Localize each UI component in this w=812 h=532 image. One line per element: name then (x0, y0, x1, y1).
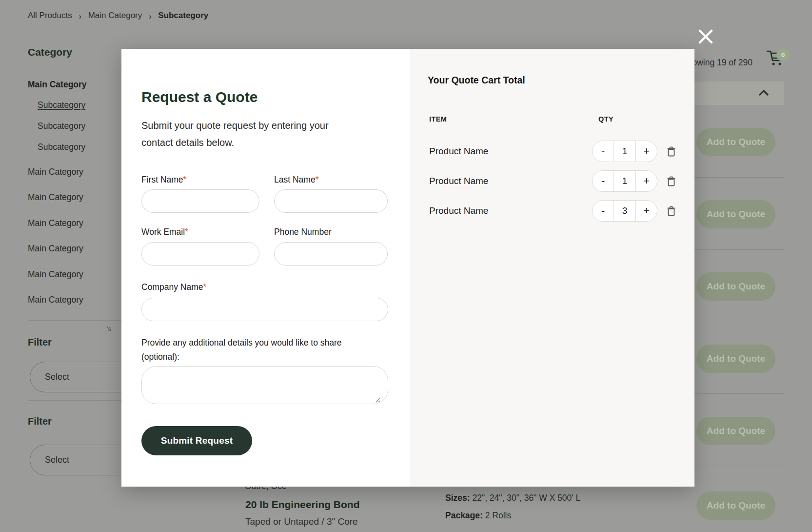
sidebar-item-subcategory[interactable]: Subcategory (38, 121, 85, 131)
first-name-label: First Name* (141, 175, 186, 185)
package-label: Package: (445, 511, 483, 520)
add-to-quote-button[interactable]: Add to Quote (696, 345, 775, 373)
first-name-field[interactable] (141, 189, 259, 213)
cart-item-row: Product Name - 1 + (410, 170, 694, 192)
filter-heading: Filter (28, 416, 52, 427)
filter-heading: Filter (28, 337, 52, 348)
increase-quantity-button[interactable]: + (635, 171, 657, 191)
product-variant: Taped or Untaped / 3" Core (245, 516, 358, 527)
trash-icon[interactable] (667, 176, 676, 187)
add-to-quote-button[interactable]: Add to Quote (696, 272, 775, 301)
quantity-value: 3 (614, 201, 635, 221)
sizes-label: Sizes: (445, 493, 470, 503)
breadcrumb-all-products[interactable]: All Products (28, 11, 72, 20)
clipped-text-fragment: 's (107, 325, 111, 332)
modal-close-button[interactable] (697, 28, 715, 46)
sizes-value: 22", 24", 30", 36" W X 500' L (472, 493, 580, 503)
decrease-quantity-button[interactable]: - (593, 171, 614, 191)
label-text: First Name (141, 175, 183, 184)
divider (428, 130, 681, 130)
chevron-right-icon: › (79, 11, 81, 20)
breadcrumb-subcategory: Subcategory (158, 11, 208, 20)
work-email-label: Work Email* (141, 227, 188, 237)
additional-details-field[interactable] (141, 366, 388, 404)
modal-subtitle: Submit your quote request by entering yo… (141, 117, 358, 151)
sidebar-item-main-category[interactable]: Main Category (28, 269, 83, 280)
trash-icon[interactable] (667, 206, 676, 217)
required-asterisk: * (316, 175, 319, 184)
sidebar-item-subcategory[interactable]: Subcategory (38, 142, 85, 152)
increase-quantity-button[interactable]: + (635, 201, 657, 221)
last-name-field[interactable] (274, 189, 388, 213)
chevron-right-icon: › (149, 11, 151, 20)
cart-count-badge: 0 (776, 48, 790, 61)
sidebar-item-main-category[interactable]: Main Category (28, 192, 83, 203)
package-value: 2 Rolls (485, 511, 512, 520)
product-package: Package: 2 Rolls (445, 511, 511, 521)
sidebar-item-main-category[interactable]: Main Category (28, 167, 83, 177)
quote-form-panel: Request a Quote Submit your quote reques… (121, 49, 410, 487)
breadcrumb: All Products › Main Category › Subcatego… (28, 11, 208, 20)
company-name-label: Company Name* (141, 282, 206, 292)
column-header-item: ITEM (429, 115, 447, 123)
quantity-stepper: - 1 + (592, 170, 657, 192)
cart-item-name: Product Name (429, 176, 488, 186)
column-header-qty: QTY (598, 115, 614, 123)
chevron-up-icon (759, 89, 769, 96)
close-icon (697, 28, 715, 46)
label-text: Last Name (274, 175, 316, 184)
company-name-field[interactable] (141, 298, 388, 321)
label-text: Work Email (141, 227, 185, 237)
submit-request-button[interactable]: Submit Request (141, 426, 252, 455)
label-text: Company Name (141, 282, 203, 292)
last-name-label: Last Name* (274, 175, 318, 185)
quantity-stepper: - 1 + (592, 141, 657, 162)
select-label: Select (45, 372, 69, 382)
product-title[interactable]: 20 lb Engineering Bond (245, 499, 360, 511)
add-to-quote-button[interactable]: Add to Quote (696, 128, 775, 156)
add-to-quote-button[interactable]: Add to Quote (696, 417, 775, 445)
quantity-value: 1 (614, 171, 635, 191)
product-sizes: Sizes: 22", 24", 30", 36" W X 500' L (445, 493, 580, 503)
increase-quantity-button[interactable]: + (635, 141, 657, 162)
quantity-value: 1 (614, 141, 635, 162)
sidebar-item-main-category[interactable]: Main Category (28, 80, 87, 90)
cart-item-row: Product Name - 1 + (410, 141, 694, 162)
select-label: Select (45, 455, 69, 465)
cart-panel-title: Your Quote Cart Total (428, 75, 525, 86)
phone-number-field[interactable] (274, 242, 388, 266)
details-label: Provide any additional details you would… (141, 336, 351, 364)
sidebar-item-main-category[interactable]: Main Category (28, 244, 83, 254)
decrease-quantity-button[interactable]: - (593, 201, 614, 221)
sidebar-item-main-category[interactable]: Main Category (28, 218, 83, 228)
cart-item-name: Product Name (429, 205, 488, 216)
phone-number-label: Phone Number (274, 227, 332, 237)
add-to-quote-button[interactable]: Add to Quote (696, 200, 775, 228)
request-quote-modal: Request a Quote Submit your quote reques… (121, 49, 694, 487)
modal-title: Request a Quote (141, 89, 257, 105)
cart-button[interactable]: 0 (766, 49, 795, 76)
quote-cart-panel: Your Quote Cart Total ITEM QTY Product N… (410, 49, 694, 487)
breadcrumb-main-category[interactable]: Main Category (88, 11, 142, 20)
cart-item-row: Product Name - 3 + (410, 200, 694, 222)
trash-icon[interactable] (667, 146, 676, 157)
add-to-quote-button[interactable]: Add to Quote (696, 491, 775, 520)
category-heading: Category (28, 46, 72, 58)
quantity-stepper: - 3 + (592, 200, 657, 222)
sidebar-item-main-category[interactable]: Main Category (28, 295, 83, 305)
required-asterisk: * (185, 227, 188, 237)
required-asterisk: * (203, 282, 206, 292)
work-email-field[interactable] (141, 242, 259, 266)
label-text: Phone Number (274, 227, 332, 237)
cart-item-name: Product Name (429, 146, 488, 157)
sidebar-item-subcategory-active[interactable]: Subcategory (38, 100, 85, 110)
required-asterisk: * (183, 175, 187, 184)
decrease-quantity-button[interactable]: - (593, 141, 614, 162)
